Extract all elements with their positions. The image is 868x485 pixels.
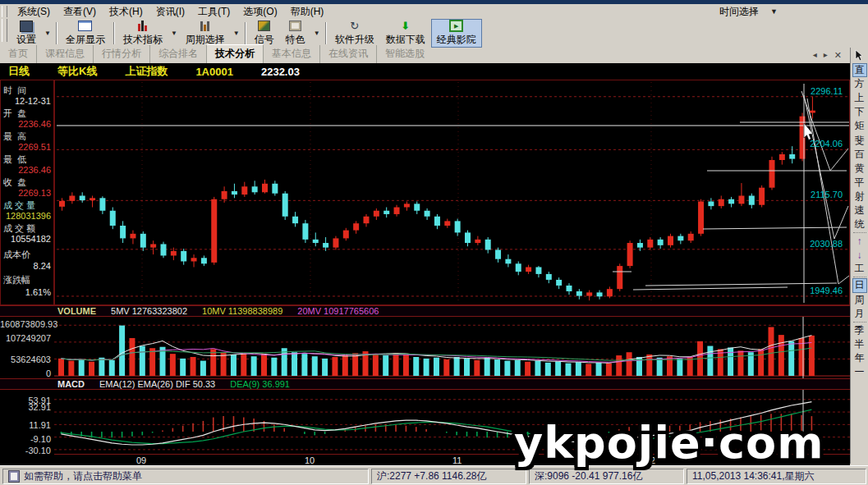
volume-tick: 160873809.93 xyxy=(0,319,51,329)
volume-pane[interactable] xyxy=(54,317,850,378)
upgrade-button[interactable]: ↻ 软件升级 xyxy=(329,19,380,48)
status-shanghai-index: 沪:2277 +7.86 1146.28亿 xyxy=(371,469,526,484)
chart-header: 日线 等比K线 上证指数 1A0001 2232.03 xyxy=(0,63,858,80)
period-weekly[interactable]: 周 xyxy=(852,293,867,307)
period-monthly[interactable]: 月 xyxy=(852,307,867,321)
period-daily[interactable]: 日 xyxy=(852,278,867,292)
menu-tech[interactable]: 技术(H) xyxy=(103,4,149,20)
feature-icon xyxy=(289,21,301,31)
macd-chart[interactable] xyxy=(54,390,850,454)
tool-direction[interactable]: 方 xyxy=(852,77,867,91)
download-button[interactable]: ⬇ 数据下载 xyxy=(380,19,431,48)
field-cost-value: 8.24 xyxy=(1,261,51,271)
tool-parallel[interactable]: 平 xyxy=(852,176,867,190)
indicator-dropdown-arrow[interactable]: ▼ xyxy=(168,19,180,48)
drawing-tool-strip: 直 方 上 下 矩 斐 百 黄 平 射 速 统 ↑ ↓ 工 日 周 月 季 半 … xyxy=(850,48,868,464)
tool-golden[interactable]: 黄 xyxy=(852,162,867,176)
volume-header: VOLUME 5MV 12763323802 10MV 11398838989 … xyxy=(0,305,850,317)
menu-options[interactable]: 选项(O) xyxy=(237,4,283,20)
period-halfyear[interactable]: 半 xyxy=(852,337,867,351)
indicator-icon xyxy=(138,21,147,31)
feature-dropdown-arrow[interactable]: ▼ xyxy=(311,19,323,48)
menu-view[interactable]: 查看(V) xyxy=(57,4,103,20)
scale-label[interactable]: 等比K线 xyxy=(57,64,97,79)
tool-percent[interactable]: 百 xyxy=(852,148,867,162)
field-low-label: 最 低 xyxy=(3,153,51,166)
help-doc-icon xyxy=(8,470,20,483)
settings-icon xyxy=(20,21,33,32)
toolbar-separator xyxy=(245,22,246,44)
field-volume-label: 成 交 量 xyxy=(3,199,51,212)
period-label[interactable]: 日线 xyxy=(8,64,30,79)
tool-gann[interactable]: 统 xyxy=(852,217,867,231)
period-one[interactable]: 一 xyxy=(852,365,867,379)
fullscreen-icon xyxy=(78,21,92,31)
status-help-cell: 如需帮助，请点击帮助菜单 xyxy=(2,469,369,484)
tool-up[interactable]: 上 xyxy=(852,91,867,105)
tab-basic[interactable]: 基本信息 xyxy=(263,45,319,63)
menu-tools[interactable]: 工具(T) xyxy=(191,4,237,20)
field-open-label: 开 盘 xyxy=(3,108,51,120)
menu-system[interactable]: 系统(S) xyxy=(11,4,57,20)
period-quarterly[interactable]: 季 xyxy=(852,323,867,337)
down-arrow-icon[interactable]: ↓ xyxy=(852,248,867,262)
status-datetime: 11,05,2013 14:36:41,星期六 xyxy=(687,469,866,484)
macd-dea: DEA(9) 36.991 xyxy=(230,379,290,389)
volume-chart[interactable] xyxy=(54,317,850,378)
x-tick: 09 xyxy=(136,455,146,465)
tab-online[interactable]: 在线资讯 xyxy=(319,45,376,63)
tool-down[interactable]: 下 xyxy=(852,105,867,119)
tab-course[interactable]: 课程信息 xyxy=(36,45,93,63)
upgrade-icon: ↻ xyxy=(350,20,359,32)
tool-ray[interactable]: 射 xyxy=(852,190,867,204)
menu-news[interactable]: 资讯(I) xyxy=(149,4,191,20)
macd-pane[interactable] xyxy=(54,390,850,454)
feature-button[interactable]: 特色 xyxy=(280,19,311,48)
tab-close-button[interactable]: ✕ xyxy=(834,50,842,61)
tool-fibonacci[interactable]: 斐 xyxy=(852,133,867,147)
indicator-button[interactable]: 技术指标 xyxy=(117,19,168,48)
field-open-value: 2236.46 xyxy=(1,119,51,129)
volume-tick: 107249207 xyxy=(0,333,51,343)
download-icon: ⬇ xyxy=(401,20,410,32)
tool-line-straight[interactable]: 直 xyxy=(852,63,867,77)
tab-ranking[interactable]: 综合排名 xyxy=(149,45,206,63)
toolbar-grip[interactable] xyxy=(2,6,7,17)
quote-info-panel: 时 间 12-12-31 开 盘 2236.46 最 高 2269.51 最 低… xyxy=(0,80,54,305)
chart-region: 日线 等比K线 上证指数 1A0001 2232.03 时 间 12-12-31… xyxy=(0,63,850,465)
tool-rectangle[interactable]: 矩 xyxy=(852,119,867,133)
pointer-tool-button[interactable] xyxy=(855,48,864,63)
menu-bar: 系统(S) 查看(V) 技术(H) 资讯(I) 工具(T) 选项(O) 帮助(H… xyxy=(0,4,868,19)
tab-back-button[interactable]: ◂ xyxy=(813,50,817,61)
tab-technical[interactable]: 技术分析 xyxy=(206,44,263,63)
settings-button[interactable]: 设置 xyxy=(11,19,42,48)
menu-help[interactable]: 帮助(H) xyxy=(284,4,331,20)
macd-tick: -9.10 xyxy=(0,434,51,444)
tab-quotes[interactable]: 行情分析 xyxy=(93,45,149,63)
tool-worker[interactable]: 工 xyxy=(852,262,867,276)
field-high-value: 2269.51 xyxy=(1,142,51,152)
kline-pane[interactable]: 2296.11 2204.06 2115.70 2030.88 1949.46 xyxy=(54,80,850,305)
tool-speed[interactable]: 速 xyxy=(852,204,867,217)
kline-chart[interactable] xyxy=(55,80,849,304)
tab-home[interactable]: 首页 xyxy=(0,45,36,63)
macd-header: MACD EMA(12) EMA(26) DIF 50.33 DEA(9) 36… xyxy=(0,378,850,390)
macd-title: MACD xyxy=(57,379,85,389)
period-yearly[interactable]: 年 xyxy=(852,351,867,365)
cinema-button[interactable]: ▶ 经典影院 xyxy=(431,19,482,48)
fullscreen-button[interactable]: 全屏显示 xyxy=(60,19,111,48)
toolbar-grip[interactable] xyxy=(2,19,7,42)
time-select-dropdown[interactable]: 时间选择 ▼ xyxy=(719,5,778,19)
field-cost-label: 成本价 xyxy=(3,249,51,261)
signal-button[interactable]: 信号 xyxy=(249,19,280,48)
period-dropdown-arrow[interactable]: ▼ xyxy=(231,19,242,48)
tab-stockpick[interactable]: 智能选股 xyxy=(376,45,433,63)
up-arrow-icon[interactable]: ↑ xyxy=(852,234,867,248)
x-axis: 09 10 11 12 xyxy=(54,454,850,466)
period-button[interactable]: 周期选择 xyxy=(180,19,231,48)
tab-fwd-button[interactable]: ▸ xyxy=(824,50,828,61)
pointer-icon xyxy=(855,50,864,62)
price-tick: 2296.11 xyxy=(811,86,843,96)
settings-dropdown-arrow[interactable]: ▼ xyxy=(42,19,53,48)
strip-separator xyxy=(853,322,866,323)
